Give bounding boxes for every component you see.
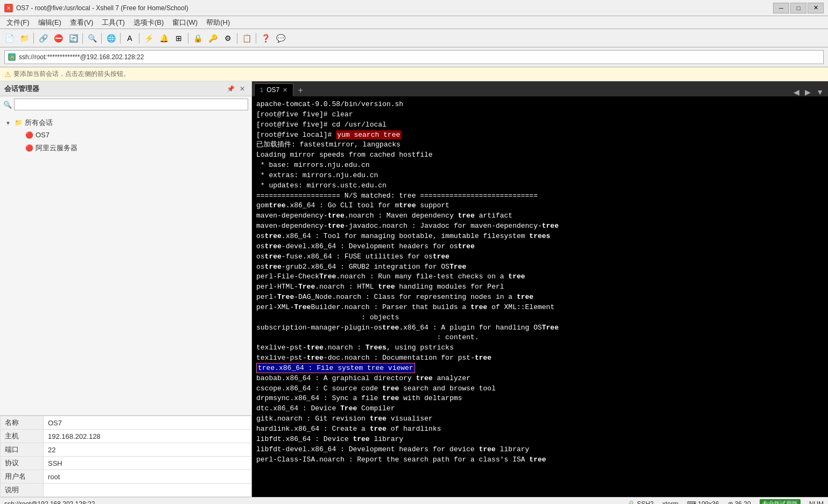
terminal-line-26: texlive-pst-tree-doc.noarch : Documentat… [256, 353, 824, 363]
info-row-port: 端口 22 [1, 443, 251, 457]
menu-help[interactable]: 帮助(H) [202, 17, 234, 29]
terminal-line-12: maven-dependency-tree.noarch : Maven dep… [256, 211, 824, 221]
info-row-host: 主机 192.168.202.128 [1, 430, 251, 443]
status-protocol: 🔒 SSH2 [627, 500, 654, 505]
terminal-content[interactable]: apache-tomcat-9.0.58/bin/version.sh [roo… [252, 96, 828, 497]
cmd-highlight-search: yum search tree [336, 130, 401, 139]
status-connection: ssh://root@192.168.202.128:22 [4, 500, 95, 505]
tree-node-aliyun-row[interactable]: 🔴 阿里云服务器 [13, 142, 249, 154]
title-bar-controls: ─ □ ✕ [773, 3, 824, 13]
tab-menu-button[interactable]: ▼ [814, 88, 826, 96]
sidebar: 会话管理器 📌 ✕ 🔍 ▼ 📁 所有会话 [0, 81, 252, 497]
tab-close-icon[interactable]: ✕ [283, 87, 287, 94]
terminal-line-17: ostree-grub2.x86_64 : GRUB2 integration … [256, 262, 824, 272]
title-bar-text: OS7 - root@five:/usr/local - Xshell 7 (F… [16, 4, 188, 12]
toolbar-separator-1 [33, 33, 34, 44]
main-area: 会话管理器 📌 ✕ 🔍 ▼ 📁 所有会话 [0, 81, 828, 497]
sidebar-close-button[interactable]: ✕ [237, 84, 247, 94]
toolbar-separator-4 [120, 33, 121, 44]
tree-label-all: 所有会话 [25, 118, 53, 128]
terminal-line-8: * extras: mirrors.nju.edu.cn [256, 171, 824, 181]
maximize-button[interactable]: □ [790, 3, 806, 13]
lock-button[interactable]: 🔒 [191, 31, 205, 45]
menu-tools[interactable]: 工具(T) [97, 17, 129, 29]
chat-button[interactable]: 💬 [273, 31, 287, 45]
help-icon-button[interactable]: ❓ [258, 31, 272, 45]
connect-button[interactable]: 🔗 [36, 31, 50, 45]
menu-window[interactable]: 窗口(W) [168, 17, 202, 29]
status-size: ⌨ 109x36 [687, 500, 719, 505]
title-bar-left: X OS7 - root@five:/usr/local - Xshell 7 … [4, 4, 188, 12]
toolbar-separator-5 [139, 33, 139, 44]
fullscreen-button[interactable]: ⊞ [172, 31, 186, 45]
tab-next-button[interactable]: ▶ [803, 88, 813, 96]
terminal-tabs: 1 OS7 ✕ + ◀ ▶ ▼ [252, 81, 828, 96]
terminal-line-3: [root@five five]# cd /usr/local [256, 120, 824, 130]
info-key-note: 说明 [1, 484, 44, 497]
tree-node-os7: 🔴 OS7 [13, 129, 249, 141]
terminal-line-5: 已加载插件: fastestmirror, langpacks [256, 140, 824, 150]
key-button[interactable]: 🔑 [206, 31, 220, 45]
reconnect-button[interactable]: 🔄 [66, 31, 80, 45]
menu-file[interactable]: 文件(F) [2, 17, 34, 29]
search-input[interactable] [14, 99, 248, 110]
toolbar-separator-3 [101, 33, 102, 44]
address-value: ssh://root:*************@192.168.202.128… [19, 53, 144, 61]
settings-button[interactable]: ⚙ [221, 31, 235, 45]
tab-prev-button[interactable]: ◀ [791, 88, 802, 96]
info-key-username: 用户名 [1, 470, 44, 484]
tree-label-os7: OS7 [36, 131, 50, 139]
toolbar: 📄 📁 🔗 ⛔ 🔄 🔍 🌐 A ⚡ 🔔 ⊞ 🔒 🔑 ⚙ 📋 ❓ 💬 [0, 29, 828, 47]
sidebar-title: 会话管理器 [4, 84, 39, 94]
menu-tabs[interactable]: 选项卡(B) [129, 17, 168, 29]
terminal-line-10: ==================== N/S matched: tree =… [256, 191, 824, 201]
terminal-line-4: [root@five local]# yum search tree [256, 130, 824, 141]
sidebar-header: 会话管理器 📌 ✕ [0, 81, 251, 96]
terminal-line-1: apache-tomcat-9.0.58/bin/version.sh [256, 100, 824, 110]
terminal-line-36: perl-Class-ISA.noarch : Report the searc… [256, 455, 824, 465]
font-button[interactable]: A [123, 31, 137, 45]
tab-label: OS7 [266, 86, 279, 94]
menu-edit[interactable]: 编辑(E) [34, 17, 66, 29]
info-table: 名称 OS7 主机 192.168.202.128 端口 22 协议 SSH 用… [0, 416, 251, 497]
action-button-2[interactable]: 🔔 [157, 31, 171, 45]
terminal-line-20: perl-Tree-DAG_Node.noarch : Class for re… [256, 292, 824, 303]
find-button[interactable]: 🔍 [85, 31, 99, 45]
minimize-button[interactable]: ─ [773, 3, 789, 13]
action-button-1[interactable]: ⚡ [142, 31, 156, 45]
open-button[interactable]: 📁 [17, 31, 31, 45]
info-row-name: 名称 OS7 [1, 416, 251, 430]
status-badge: 专业版试用版 [760, 499, 801, 504]
terminal-line-13: maven-dependency-tree-javadoc.noarch : J… [256, 221, 824, 232]
terminal-line-21: perl-XML-TreeBuilder.noarch : Parser tha… [256, 303, 824, 313]
info-val-username: root [44, 470, 251, 484]
disconnect-button[interactable]: ⛔ [51, 31, 65, 45]
globe-button[interactable]: 🌐 [104, 31, 118, 45]
menu-view[interactable]: 查看(V) [66, 17, 97, 29]
tree-expand-icon[interactable]: ▼ [4, 119, 12, 127]
tree-node-os7-row[interactable]: 🔴 OS7 [13, 130, 249, 140]
address-bar[interactable]: 🔒 ssh://root:*************@192.168.202.1… [4, 50, 824, 64]
address-icon: 🔒 [8, 53, 16, 61]
tree-node-all-sessions-row[interactable]: ▼ 📁 所有会话 [2, 117, 249, 129]
tree-leaf-spacer-2 [15, 144, 23, 152]
new-session-button[interactable]: 📄 [2, 31, 16, 45]
status-cursor: ⊕ 36,20 [728, 500, 751, 505]
status-terminal: xterm [662, 500, 678, 505]
tree-node-all-sessions: ▼ 📁 所有会话 🔴 OS7 [2, 116, 249, 156]
tab-add-button[interactable]: + [294, 85, 306, 96]
info-row-protocol: 协议 SSH [1, 457, 251, 470]
sidebar-pin-button[interactable]: 📌 [226, 84, 235, 94]
terminal-line-19: perl-HTML-Tree.noarch : HTML tree handli… [256, 282, 824, 292]
server-icon-aliyun: 🔴 [25, 144, 33, 152]
close-button[interactable]: ✕ [808, 3, 824, 13]
menu-bar: 文件(F) 编辑(E) 查看(V) 工具(T) 选项卡(B) 窗口(W) 帮助(… [0, 16, 828, 29]
terminal-line-29: cscope.x86_64 : C source code tree searc… [256, 384, 824, 394]
terminal-tab-os7[interactable]: 1 OS7 ✕ [254, 83, 293, 96]
terminal-line-7: * base: mirrors.nju.edu.cn [256, 160, 824, 171]
terminal-line-9: * updates: mirrors.ustc.edu.cn [256, 181, 824, 191]
terminal-area: 1 OS7 ✕ + ◀ ▶ ▼ apache-tomcat-9.0.58/bin… [252, 81, 828, 497]
terminal-line-16: ostree-fuse.x86_64 : FUSE utilities for … [256, 252, 824, 262]
more-button[interactable]: 📋 [240, 31, 254, 45]
tree-leaf-spacer-1 [15, 131, 23, 139]
